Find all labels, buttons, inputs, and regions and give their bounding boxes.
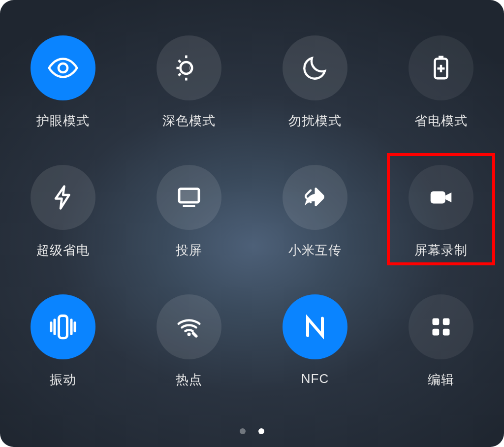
screen-icon <box>157 165 221 230</box>
nfc-icon <box>283 294 347 359</box>
grid-icon <box>409 294 473 359</box>
tile-mi-share[interactable]: 小米互传 <box>283 165 347 259</box>
svg-line-6 <box>179 73 181 75</box>
tile-label: 勿扰模式 <box>288 112 342 129</box>
svg-point-1 <box>180 62 192 74</box>
svg-point-0 <box>59 64 67 72</box>
tile-label: 投屏 <box>176 242 202 259</box>
tile-label: 屏幕录制 <box>414 242 468 259</box>
battery-plus-icon <box>409 35 473 100</box>
tile-label: 护眼模式 <box>36 112 90 129</box>
moon-icon <box>283 35 347 100</box>
tile-label: 热点 <box>176 371 202 388</box>
tile-label: 编辑 <box>428 371 454 388</box>
tile-battery-saver[interactable]: 省电模式 <box>409 35 473 129</box>
tile-eye-protect[interactable]: 护眼模式 <box>31 35 95 129</box>
tile-label: 省电模式 <box>414 112 468 129</box>
svg-rect-14 <box>431 192 445 204</box>
tile-nfc[interactable]: NFC <box>283 294 347 388</box>
tile-hotspot[interactable]: 热点 <box>157 294 221 388</box>
tile-label: 小米互传 <box>288 242 342 259</box>
svg-rect-18 <box>443 319 450 325</box>
tile-label: 深色模式 <box>162 112 216 129</box>
tile-ultra-saver[interactable]: 超级省电 <box>31 165 95 259</box>
svg-point-16 <box>188 333 191 336</box>
tile-dnd[interactable]: 勿扰模式 <box>283 35 347 129</box>
sun-moon-icon <box>157 35 221 100</box>
tile-label: 振动 <box>50 371 76 388</box>
page-indicator[interactable] <box>0 428 504 434</box>
tile-dark-mode[interactable]: 深色模式 <box>157 35 221 129</box>
bolt-icon <box>31 165 95 230</box>
tile-screen-record[interactable]: 屏幕录制 <box>409 165 473 259</box>
video-camera-icon <box>409 165 473 230</box>
pager-dot-current <box>258 428 264 434</box>
tiles-grid: 护眼模式 深色模式 勿扰模式 <box>0 35 504 388</box>
svg-rect-15 <box>59 316 67 338</box>
mi-share-icon <box>283 165 347 230</box>
tile-vibrate[interactable]: 振动 <box>31 294 95 388</box>
tile-label: NFC <box>301 371 329 386</box>
svg-rect-11 <box>179 189 199 203</box>
tile-label: 超级省电 <box>36 242 90 259</box>
svg-line-5 <box>179 60 181 62</box>
control-center-panel: 护眼模式 深色模式 勿扰模式 <box>0 0 504 447</box>
tile-cast[interactable]: 投屏 <box>157 165 221 259</box>
svg-rect-17 <box>433 319 440 325</box>
vibrate-icon <box>31 294 95 359</box>
pager-dot <box>240 428 246 434</box>
svg-rect-19 <box>433 329 440 336</box>
eye-icon <box>31 35 95 100</box>
svg-rect-20 <box>443 329 450 336</box>
tile-edit[interactable]: 编辑 <box>409 294 473 388</box>
hotspot-icon <box>157 294 221 359</box>
